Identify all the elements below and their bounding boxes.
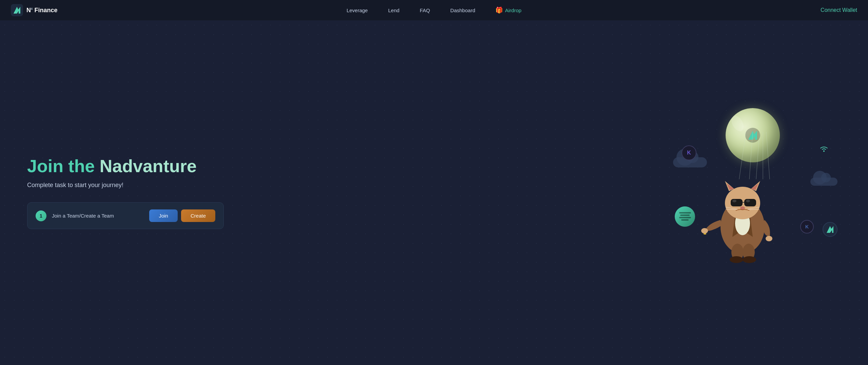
svg-point-32 — [730, 256, 743, 263]
coin-wifi — [817, 142, 831, 156]
nav-dashboard[interactable]: Dashboard — [450, 7, 475, 13]
nav-lend[interactable]: Lend — [388, 7, 399, 13]
main-content: Join the Nadvanture Complete task to sta… — [0, 20, 868, 365]
svg-point-24 — [740, 206, 745, 210]
nav-airdrop[interactable]: 🎁 Airdrop — [495, 6, 521, 14]
task-buttons: Join Create — [149, 209, 215, 222]
task-number: 1 — [36, 210, 46, 221]
logo[interactable]: Nx Finance — [11, 4, 58, 16]
svg-line-9 — [766, 132, 770, 179]
svg-marker-35 — [827, 226, 833, 233]
svg-line-5 — [739, 132, 746, 179]
coin-nx-bottom — [823, 222, 837, 237]
navbar: Nx Finance Leverage Lend FAQ Dashboard 🎁… — [0, 0, 868, 20]
gift-icon: 🎁 — [495, 6, 503, 14]
task-label: Join a Team/Create a Team — [52, 213, 144, 219]
task-card: 1 Join a Team/Create a Team Join Create — [27, 202, 224, 229]
svg-line-6 — [749, 132, 753, 179]
coin-stripe — [675, 206, 695, 227]
nav-faq[interactable]: FAQ — [420, 7, 430, 13]
illustration-container: K K — [671, 105, 841, 281]
cloud-2 — [810, 178, 837, 186]
logo-icon — [11, 4, 23, 16]
logo-text: Nx Finance — [26, 7, 58, 14]
create-button[interactable]: Create — [181, 209, 215, 222]
svg-point-12 — [701, 228, 708, 234]
right-section: K K — [231, 105, 841, 281]
coin-k-bottom: K — [800, 220, 814, 234]
svg-point-33 — [743, 256, 756, 263]
svg-point-34 — [823, 150, 825, 152]
nav-leverage[interactable]: Leverage — [347, 7, 368, 13]
svg-line-7 — [756, 132, 760, 179]
nav-links: Leverage Lend FAQ Dashboard 🎁 Airdrop — [347, 6, 521, 14]
connect-wallet-button[interactable]: Connect Wallet — [821, 7, 857, 13]
coin-k-top: K — [682, 145, 696, 160]
svg-point-13 — [766, 236, 772, 241]
left-section: Join the Nadvanture Complete task to sta… — [27, 156, 231, 229]
hero-subtitle: Complete task to start your journey! — [27, 182, 231, 189]
stripe-lines — [679, 212, 691, 221]
svg-rect-29 — [704, 233, 706, 235]
strings-svg — [719, 132, 787, 206]
hero-title: Join the Nadvanture — [27, 156, 231, 177]
join-button[interactable]: Join — [149, 209, 178, 222]
